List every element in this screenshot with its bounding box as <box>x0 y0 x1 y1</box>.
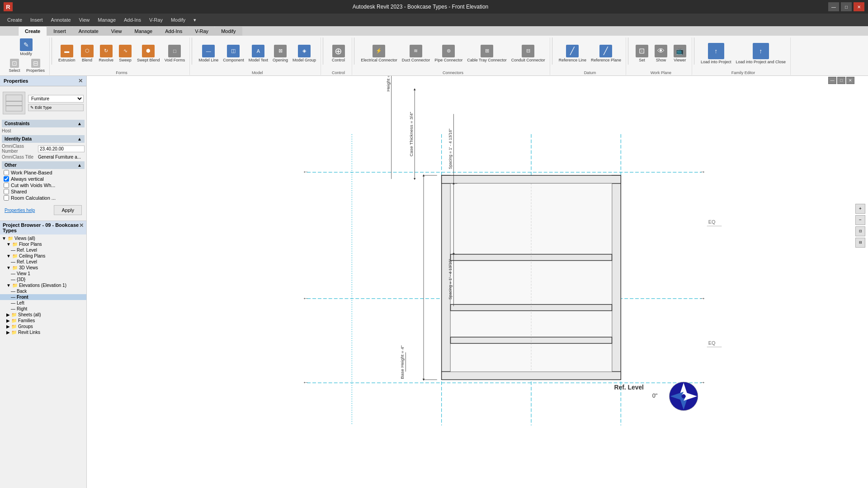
ribbon-btn-reference-line[interactable]: ╱ Reference Line <box>557 44 588 63</box>
always-vertical-checkbox[interactable] <box>4 176 9 182</box>
ribbon-btn-void-forms[interactable]: □ Void Forms <box>163 44 187 63</box>
tree-folder-icon: 📁 <box>12 265 18 270</box>
tree-ceiling-plans-ref-level[interactable]: — Ref. Level <box>0 259 86 265</box>
edit-type-button[interactable]: ✎ Edit Type <box>28 104 84 111</box>
menu-create[interactable]: Create <box>4 16 26 24</box>
other-section-header[interactable]: Other ▲ <box>2 161 85 169</box>
canvas-area[interactable]: — □ ✕ + − ⊡ ⊟ ← → ← → <box>87 76 868 488</box>
ribbon-btn-properties[interactable]: ⊟ Properties <box>24 58 47 74</box>
menu-insert[interactable]: Insert <box>27 16 47 24</box>
tree-views-all[interactable]: ▼ 📁 Views (all) <box>0 235 86 241</box>
family-selector[interactable]: Furniture <box>28 95 84 103</box>
ribbon-btn-select[interactable]: ⊡ Select <box>5 58 24 74</box>
control-icon: ⊕ <box>332 45 345 57</box>
tree-sheets[interactable]: ▶ 📁 Sheets (all) <box>0 312 86 318</box>
ribbon-btn-load-into-project-close[interactable]: ↑ Load into Project and Close <box>734 42 788 65</box>
properties-help-link[interactable]: Properties help <box>3 207 37 214</box>
ribbon-btn-modify[interactable]: ✎ Modify <box>17 38 35 57</box>
tree-revit-links[interactable]: ▶ 📁 Revit Links <box>0 329 86 335</box>
tab-modify[interactable]: Modify <box>215 27 242 36</box>
inner-window-controls: — □ ✕ <box>828 77 854 84</box>
menu-annotate[interactable]: Annotate <box>47 16 75 24</box>
ribbon-btn-cable-tray-connector[interactable]: ⊞ Cable Tray Connector <box>465 44 509 63</box>
room-calculation-checkbox[interactable] <box>4 195 9 201</box>
constraints-section-header[interactable]: Constraints ▲ <box>2 120 85 127</box>
select-label: Select <box>9 68 20 73</box>
menu-manage[interactable]: Manage <box>94 16 119 24</box>
project-browser-close-button[interactable]: ✕ <box>79 222 84 233</box>
tree-elevation-left[interactable]: — Left <box>0 300 86 306</box>
cut-with-voids-checkbox[interactable] <box>4 183 9 188</box>
close-button[interactable]: ✕ <box>854 2 864 11</box>
tree-families[interactable]: ▶ 📁 Families <box>0 318 86 324</box>
tree-floor-plans[interactable]: ▼ 📁 Floor Plans <box>0 241 86 247</box>
menu-extra[interactable]: ▾ <box>190 16 200 24</box>
ribbon-btn-load-into-project[interactable]: ↑ Load into Project <box>699 42 733 65</box>
ribbon-btn-component[interactable]: ◫ Component <box>221 44 246 63</box>
ribbon-btn-pipe-connector[interactable]: ⊚ Pipe Connector <box>433 44 464 63</box>
inner-close-btn[interactable]: ✕ <box>846 77 854 84</box>
room-calculation-label: Room Calculation ... <box>11 195 56 201</box>
inner-maximize-btn[interactable]: □ <box>837 77 845 84</box>
tab-insert[interactable]: Insert <box>47 27 72 36</box>
tree-expand-icon: ▶ <box>6 312 10 317</box>
ribbon-btn-sweep[interactable]: ∿ Sweep <box>116 44 134 63</box>
tab-create[interactable]: Create <box>18 26 47 36</box>
menu-view[interactable]: View <box>75 16 94 24</box>
minimize-button[interactable]: — <box>828 2 839 11</box>
omniclass-number-input[interactable] <box>38 145 85 152</box>
ribbon-btn-electrical-connector[interactable]: ⚡ Electrical Connector <box>359 44 399 63</box>
menu-addins[interactable]: Add-Ins <box>120 16 145 24</box>
revolve-icon: ↻ <box>100 45 113 57</box>
work-plane-based-checkbox[interactable] <box>4 170 9 175</box>
project-browser-title: Project Browser - 09 - Bookcase Types <box>3 222 79 233</box>
tree-elevation-right[interactable]: — Right <box>0 306 86 312</box>
ribbon-btn-model-group[interactable]: ◈ Model Group <box>291 44 318 63</box>
ribbon-btn-duct-connector[interactable]: ≋ Duct Connector <box>400 44 432 63</box>
ribbon-btn-model-line[interactable]: — Model Line <box>197 44 220 63</box>
tab-manage[interactable]: Manage <box>128 27 159 36</box>
ribbon-btn-viewer[interactable]: 📺 Viewer <box>671 44 689 63</box>
menu-vray[interactable]: V-Ray <box>146 16 166 24</box>
tree-elevation-front[interactable]: — Front <box>0 294 86 300</box>
properties-close-button[interactable]: ✕ <box>78 78 83 84</box>
tree-elevation-back[interactable]: — Back <box>0 288 86 294</box>
identity-data-section-header[interactable]: Identity Data ▲ <box>2 135 85 143</box>
menu-items: Create Insert Annotate View Manage Add-I… <box>4 16 200 24</box>
ribbon-btn-set[interactable]: ⊡ Set <box>633 44 651 63</box>
ribbon-btn-swept-blend[interactable]: ⬢ Swept Blend <box>135 44 162 63</box>
ribbon-btn-conduit-connector[interactable]: ⊟ Conduit Connector <box>509 44 547 63</box>
tab-annotate[interactable]: Annotate <box>72 27 105 36</box>
fit-window-button[interactable]: ⊡ <box>855 226 865 236</box>
maximize-button[interactable]: □ <box>841 2 852 11</box>
void-forms-label: Void Forms <box>165 58 185 62</box>
apply-button[interactable]: Apply <box>54 205 82 215</box>
tree-3d[interactable]: — {3D} <box>0 277 86 282</box>
tree-view1[interactable]: — View 1 <box>0 271 86 277</box>
inner-minimize-btn[interactable]: — <box>828 77 836 84</box>
menu-modify[interactable]: Modify <box>167 16 189 24</box>
ribbon-btn-opening[interactable]: ⊠ Opening <box>271 44 290 63</box>
left-panel: Properties ✕ <box>0 76 87 488</box>
ribbon-btn-model-text[interactable]: A Model Text <box>247 44 270 63</box>
tree-groups[interactable]: ▶ 📁 Groups <box>0 324 86 329</box>
shared-checkbox[interactable] <box>4 189 9 194</box>
ribbon-btn-blend[interactable]: ⬡ Blend <box>78 44 96 63</box>
tab-view[interactable]: View <box>105 27 128 36</box>
ribbon-btn-control[interactable]: ⊕ Control <box>330 44 348 63</box>
tree-elevations[interactable]: ▼ 📁 Elevations (Elevation 1) <box>0 282 86 288</box>
svg-text:Ref. Level: Ref. Level <box>614 384 644 391</box>
tree-floor-plans-ref-level[interactable]: — Ref. Level <box>0 247 86 253</box>
zoom-in-button[interactable]: + <box>855 204 865 214</box>
zoom-out-button[interactable]: − <box>855 215 865 225</box>
ribbon-btn-reference-plane[interactable]: ╱ Reference Plane <box>589 44 623 63</box>
tab-addins[interactable]: Add-Ins <box>159 27 189 36</box>
tree-3d-views[interactable]: ▼ 📁 3D Views <box>0 265 86 271</box>
tree-ceiling-plans[interactable]: ▼ 📁 Ceiling Plans <box>0 253 86 259</box>
ribbon-btn-show[interactable]: 👁 Show <box>652 44 670 63</box>
identity-data-collapse-icon: ▲ <box>77 136 82 141</box>
tab-vray[interactable]: V-Ray <box>189 27 215 36</box>
ribbon-btn-revolve[interactable]: ↻ Revolve <box>97 44 116 63</box>
ribbon-btn-extrusion[interactable]: ▬ Extrusion <box>57 44 77 63</box>
zoom-level-button[interactable]: ⊟ <box>855 238 865 248</box>
